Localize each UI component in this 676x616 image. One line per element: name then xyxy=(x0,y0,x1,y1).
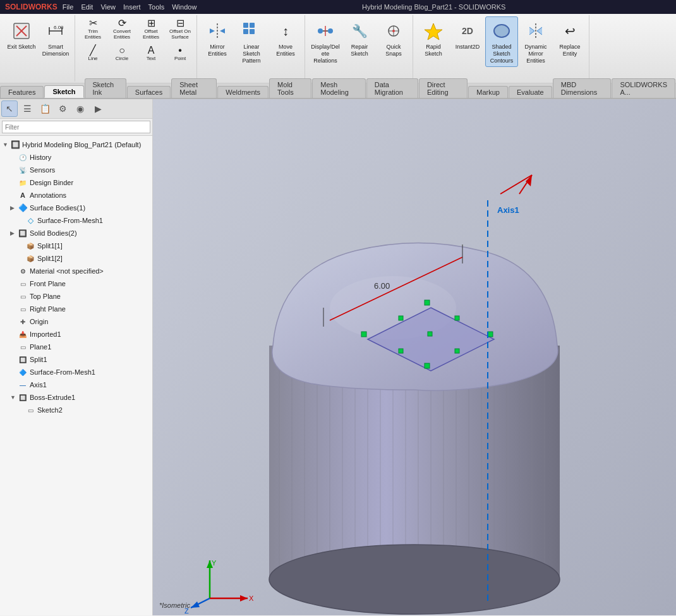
trim-entities-button[interactable]: ✂ Trim Entities xyxy=(79,16,107,40)
tab-weldments[interactable]: Weldments xyxy=(217,86,269,98)
quick-snaps-icon xyxy=(382,20,405,42)
svg-point-21 xyxy=(392,30,395,32)
tree-item-split1-2[interactable]: 📦 Split1[2] xyxy=(0,252,152,265)
panel-expand-btn[interactable]: ▶ xyxy=(90,100,106,117)
repair-sketch-label: Repair Sketch xyxy=(345,44,374,57)
display-delete-relations-button[interactable]: Display/Delete Relations xyxy=(309,16,342,67)
tree-item-split1-1[interactable]: 📦 Split1[1] xyxy=(0,239,152,252)
exit-sketch-label: Exit Sketch xyxy=(7,44,35,51)
tree-item-origin[interactable]: ✚ Origin xyxy=(0,315,152,328)
surface-mesh-icon: ◇ xyxy=(25,215,35,226)
tabbar: Features Sketch Sketch Ink Surfaces Shee… xyxy=(0,83,676,99)
tab-features[interactable]: Features xyxy=(0,86,44,98)
menubar[interactable]: File Edit View Insert Tools Window xyxy=(63,3,197,11)
offset-surface-button[interactable]: ⊟ Offset On Surface xyxy=(166,16,194,40)
svg-rect-13 xyxy=(250,29,255,34)
replace-entity-button[interactable]: ↩ Replace Entity xyxy=(553,16,586,67)
circle-button[interactable]: ○ Circle xyxy=(108,41,136,65)
tab-mbd-dimensions[interactable]: MBD Dimensions xyxy=(553,78,612,98)
offset-entities-button[interactable]: ⊞ Offset Entities xyxy=(137,16,165,40)
tree-item-plane1[interactable]: ▭ Plane1 xyxy=(0,341,152,353)
line-tools-button[interactable]: ╱ Line xyxy=(79,41,107,65)
tree-item-design-binder[interactable]: 📁 Design Binder xyxy=(0,176,152,189)
panel-list-btn[interactable]: ☰ xyxy=(19,100,35,117)
svg-point-14 xyxy=(318,28,323,33)
tab-mold-tools[interactable]: Mold Tools xyxy=(269,78,311,98)
tree-item-surface-from-mesh[interactable]: ◇ Surface-From-Mesh1 xyxy=(0,214,152,227)
linear-sketch-pattern-button[interactable]: Linear Sketch Pattern xyxy=(235,16,268,67)
split1-1-label: Split1[1] xyxy=(37,242,63,250)
tab-direct-editing[interactable]: Direct Editing xyxy=(419,78,468,98)
tree-item-annotations[interactable]: A Annotations xyxy=(0,189,152,202)
dynamic-mirror-button[interactable]: Dynamic Mirror Entities xyxy=(519,16,552,67)
right-plane-label: Right Plane xyxy=(30,305,66,313)
menu-window[interactable]: Window xyxy=(172,3,196,11)
mirror-entities-button[interactable]: Mirror Entities xyxy=(201,16,234,67)
tree-item-material[interactable]: ⚙ Material <not specified> xyxy=(0,265,152,277)
tree-item-front-plane[interactable]: ▭ Front Plane xyxy=(0,277,152,290)
tab-evaluate[interactable]: Evaluate xyxy=(509,86,552,98)
svg-text:Axis1: Axis1 xyxy=(497,205,519,215)
tree-root-arrow: ▼ xyxy=(3,142,10,148)
panel-cursor-btn[interactable]: ↖ xyxy=(1,100,18,117)
tab-solidworks-a[interactable]: SOLIDWORKS A... xyxy=(612,78,675,98)
menu-edit[interactable]: Edit xyxy=(81,3,93,11)
viewport[interactable]: Axis1 6.00 Y X Z xyxy=(153,99,676,615)
tree-item-right-plane[interactable]: ▭ Right Plane xyxy=(0,303,152,315)
tree-arrow: ▶ xyxy=(10,230,18,236)
menu-view[interactable]: View xyxy=(100,3,116,11)
convert-entities-button[interactable]: ⟳ Convert Entities xyxy=(108,16,136,40)
tab-data-migration[interactable]: Data Migration xyxy=(366,78,418,98)
window-title: Hybrid Modeling Blog_Part21 - SOLIDWORKS xyxy=(362,3,505,11)
panel-settings-btn[interactable]: ⚙ xyxy=(54,100,71,117)
sensors-label: Sensors xyxy=(30,166,55,174)
panel-display-btn[interactable]: ◉ xyxy=(72,100,88,117)
menu-tools[interactable]: Tools xyxy=(148,3,165,11)
tab-sheet-metal[interactable]: Sheet Metal xyxy=(171,78,217,98)
menu-insert[interactable]: Insert xyxy=(123,3,141,11)
rapid-sketch-label: Rapid Sketch xyxy=(419,44,448,57)
tree-item-imported1[interactable]: 📥 Imported1 xyxy=(0,328,152,341)
svg-text:6.00: 6.00 xyxy=(374,281,390,291)
tree-item-split1[interactable]: 🔲 Split1 xyxy=(0,353,152,366)
tree-item-solid-bodies[interactable]: ▶ 🔲 Solid Bodies(2) xyxy=(0,227,152,239)
tree-item-boss-extrude[interactable]: ▼ 🔲 Boss-Extrude1 xyxy=(0,391,152,404)
instant2d-button[interactable]: 2D Instant2D xyxy=(451,16,484,67)
front-plane-icon: ▭ xyxy=(18,279,28,289)
rapid-sketch-button[interactable]: Rapid Sketch xyxy=(417,16,450,67)
split1-label: Split1 xyxy=(30,356,47,363)
tree-item-sensors[interactable]: 📡 Sensors xyxy=(0,164,152,176)
move-entities-button[interactable]: ↕ Move Entities xyxy=(269,16,302,67)
sensors-icon: 📡 xyxy=(18,165,28,175)
tree-item-surface-bodies[interactable]: ▶ 🔷 Surface Bodies(1) xyxy=(0,202,152,214)
point-button[interactable]: • Point xyxy=(166,41,194,65)
svg-rect-11 xyxy=(250,23,255,28)
tab-markup[interactable]: Markup xyxy=(468,86,508,98)
tree-item-surface-mesh2[interactable]: 🔷 Surface-From-Mesh1 xyxy=(0,366,152,378)
tab-surfaces[interactable]: Surfaces xyxy=(127,86,171,98)
tab-mesh-modeling[interactable]: Mesh Modeling xyxy=(312,78,366,98)
quick-snaps-button[interactable]: Quick Snaps xyxy=(377,16,410,67)
annotations-label: Annotations xyxy=(30,191,66,199)
filter-input[interactable] xyxy=(2,121,150,133)
tree-item-axis1[interactable]: — Axis1 xyxy=(0,378,152,391)
toolbar-col-offset2: ⊟ Offset On Surface • Point xyxy=(166,16,194,65)
tree-item-history[interactable]: 🕐 History xyxy=(0,151,152,164)
toolbar-group-rapid: Rapid Sketch 2D Instant2D Shaded Sketch … xyxy=(414,15,589,82)
menu-file[interactable]: File xyxy=(63,3,74,11)
tab-sketch[interactable]: Sketch xyxy=(44,85,83,98)
shaded-sketch-contours-button[interactable]: Shaded Sketch Contours xyxy=(485,16,518,67)
exit-sketch-button[interactable]: Exit Sketch xyxy=(5,16,38,67)
tree-item-sketch2[interactable]: ▭ Sketch2 xyxy=(0,404,152,416)
tab-sketch-ink[interactable]: Sketch Ink xyxy=(85,78,126,98)
tree-root[interactable]: ▼ 🔲 Hybrid Modeling Blog_Part21 (Default… xyxy=(0,138,152,151)
repair-sketch-button[interactable]: 🔧 Repair Sketch xyxy=(343,16,376,67)
convert-entities-icon: ⟳ xyxy=(118,17,126,29)
viewport-label: *Isometric xyxy=(159,601,190,609)
tree-item-top-plane[interactable]: ▭ Top Plane xyxy=(0,290,152,303)
tree-arrow: ▼ xyxy=(10,394,18,401)
toolbar-col-mid: ⟳ Convert Entities ○ Circle xyxy=(108,16,136,65)
panel-properties-btn[interactable]: 📋 xyxy=(37,100,53,117)
text-button[interactable]: A Text xyxy=(137,41,165,65)
smart-dimension-button[interactable]: 6.00 Smart Dimension xyxy=(39,16,72,67)
